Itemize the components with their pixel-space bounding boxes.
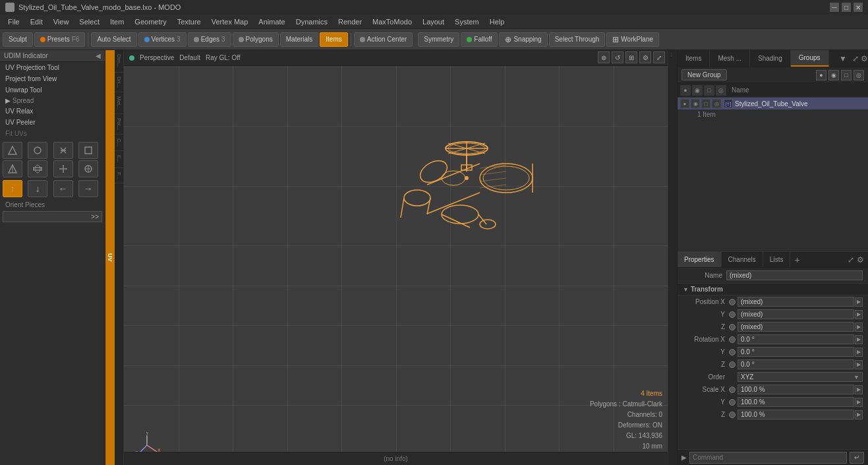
menu-view[interactable]: View	[48, 16, 74, 27]
uv-peeler-tool[interactable]: UV Peeler	[0, 117, 105, 128]
menu-texture[interactable]: Texture	[172, 16, 206, 27]
tool-btn-3[interactable]	[53, 142, 73, 159]
menu-edit[interactable]: Edit	[25, 16, 48, 27]
polygons-button[interactable]: Polygons	[233, 32, 279, 47]
item-lock[interactable]: □	[701, 99, 710, 108]
position-y-arrow[interactable]: ▶	[855, 310, 863, 319]
scale-x-arrow[interactable]: ▶	[855, 385, 863, 394]
rotation-x-input[interactable]	[738, 334, 854, 344]
vst-label-1[interactable]: ...	[668, 50, 677, 60]
position-x-input[interactable]	[738, 297, 854, 307]
scale-y-arrow[interactable]: ▶	[855, 398, 863, 407]
viewport-expand-btn[interactable]: ⤢	[653, 51, 665, 63]
minimize-button[interactable]: ─	[830, 3, 839, 12]
viewport-rotate-btn[interactable]: ↺	[612, 51, 623, 63]
menu-geometry[interactable]: Geometry	[129, 16, 171, 27]
tab-mesh[interactable]: Mesh ...	[710, 50, 750, 67]
order-select[interactable]: XYZ ▼	[738, 372, 863, 382]
auto-select-button[interactable]: Auto Select	[91, 32, 136, 47]
symmetry-button[interactable]: Symmetry	[418, 32, 459, 47]
maximize-button[interactable]: □	[842, 3, 851, 12]
viewport-move-btn[interactable]: ⊕	[598, 51, 610, 63]
tab-groups[interactable]: Groups	[791, 50, 829, 67]
vis-eye-col[interactable]: ●	[680, 85, 691, 96]
items-button[interactable]: Items	[320, 32, 347, 47]
arrow-up[interactable]: ↑	[3, 180, 22, 197]
uv-relax-tool[interactable]: UV Relax	[0, 106, 105, 117]
arrow-right[interactable]: →	[78, 180, 98, 197]
expand-button[interactable]: >>	[3, 211, 102, 222]
materials-button[interactable]: Materials	[280, 32, 319, 47]
tool-btn-5[interactable]	[3, 160, 22, 177]
tab-shading[interactable]: Shading	[750, 50, 791, 67]
menu-dynamics[interactable]: Dynamics	[291, 16, 333, 27]
rotation-z-arrow[interactable]: ▶	[855, 360, 863, 369]
menu-select[interactable]: Select	[74, 16, 105, 27]
project-from-view-tool[interactable]: Project from View	[0, 73, 105, 84]
rotation-y-arrow[interactable]: ▶	[855, 348, 863, 357]
position-x-arrow[interactable]: ▶	[855, 297, 863, 307]
menu-vertex-map[interactable]: Vertex Map	[206, 16, 254, 27]
menu-maxtomodo[interactable]: MaxToModo	[367, 16, 417, 27]
vis-wire-col[interactable]: ◎	[716, 85, 726, 96]
snapping-button[interactable]: ⊕ Snapping	[499, 32, 547, 47]
rotation-x-arrow[interactable]: ▶	[855, 335, 863, 344]
left-panel-expand[interactable]: ◀	[96, 52, 101, 59]
vis-render-col[interactable]: ◉	[692, 85, 703, 96]
menu-layout[interactable]: Layout	[417, 16, 449, 27]
menu-item[interactable]: Item	[105, 16, 129, 27]
position-z-input[interactable]	[738, 322, 854, 332]
name-input[interactable]	[726, 270, 863, 280]
position-z-arrow[interactable]: ▶	[855, 323, 863, 332]
menu-render[interactable]: Render	[333, 16, 367, 27]
close-button[interactable]: ✕	[854, 3, 863, 12]
uv-projection-tool[interactable]: UV Projection Tool	[0, 62, 105, 73]
tool-btn-8[interactable]	[78, 160, 98, 177]
command-enter-button[interactable]: ↵	[850, 452, 864, 464]
viewport-settings-btn[interactable]: ⚙	[639, 51, 651, 63]
props-tab-lists[interactable]: Lists	[763, 252, 791, 267]
props-expand-icon[interactable]: ⤢	[848, 255, 854, 264]
scale-x-input[interactable]	[738, 385, 854, 394]
rotation-z-input[interactable]	[738, 359, 854, 369]
action-center-button[interactable]: Action Center	[354, 32, 413, 47]
falloff-button[interactable]: Falloff	[461, 32, 498, 47]
position-y-input[interactable]	[738, 309, 854, 319]
items-lock-icon[interactable]: □	[841, 70, 852, 80]
item-wire[interactable]: ◎	[712, 99, 721, 108]
arrow-down[interactable]: ↓	[28, 180, 47, 197]
sculpt-button[interactable]: Sculpt	[3, 32, 33, 47]
item-row-0[interactable]: ● ◉ □ ◎ [†] Stylized_Oil_Tube_Valve	[678, 98, 868, 109]
vertices-button[interactable]: Vertices 3	[138, 32, 187, 47]
vis-lock-col[interactable]: □	[704, 85, 714, 96]
menu-system[interactable]: System	[449, 16, 484, 27]
tab-expand-icon[interactable]: ⤢	[852, 54, 859, 63]
edges-button[interactable]: Edges 3	[188, 32, 231, 47]
menu-file[interactable]: File	[3, 16, 25, 27]
props-tab-add[interactable]: +	[790, 252, 803, 267]
titlebar-controls[interactable]: ─ □ ✕	[830, 3, 863, 12]
viewport-zoom-btn[interactable]: ⊞	[625, 51, 637, 63]
menu-animate[interactable]: Animate	[253, 16, 290, 27]
tool-btn-7[interactable]	[53, 160, 73, 177]
tool-btn-1[interactable]	[3, 142, 22, 159]
unwrap-tool[interactable]: Unwrap Tool	[0, 84, 105, 96]
new-group-button[interactable]: New Group	[681, 69, 727, 80]
tool-btn-2[interactable]	[28, 142, 47, 159]
props-tab-channels[interactable]: Channels	[722, 252, 763, 267]
scale-z-arrow[interactable]: ▶	[855, 410, 863, 419]
select-through-button[interactable]: Select Through	[549, 32, 606, 47]
tool-btn-6[interactable]	[28, 160, 47, 177]
item-render[interactable]: ◉	[691, 99, 700, 108]
viewport[interactable]: Perspective Default Ray GL: Off ⊕ ↺ ⊞ ⚙ …	[124, 50, 668, 465]
tab-items[interactable]: Items	[678, 50, 710, 67]
tabs-expand[interactable]: ▼	[836, 50, 850, 67]
arrow-left[interactable]: ←	[53, 180, 73, 197]
scale-z-input[interactable]	[738, 410, 854, 419]
items-eye-icon[interactable]: ●	[816, 70, 826, 80]
tool-btn-4[interactable]	[78, 142, 98, 159]
fit-uvs-tool[interactable]: Fit UVs	[0, 128, 105, 139]
item-eye[interactable]: ●	[680, 99, 689, 108]
command-input[interactable]	[689, 452, 847, 464]
tab-gear-icon[interactable]: ⚙	[861, 54, 868, 63]
